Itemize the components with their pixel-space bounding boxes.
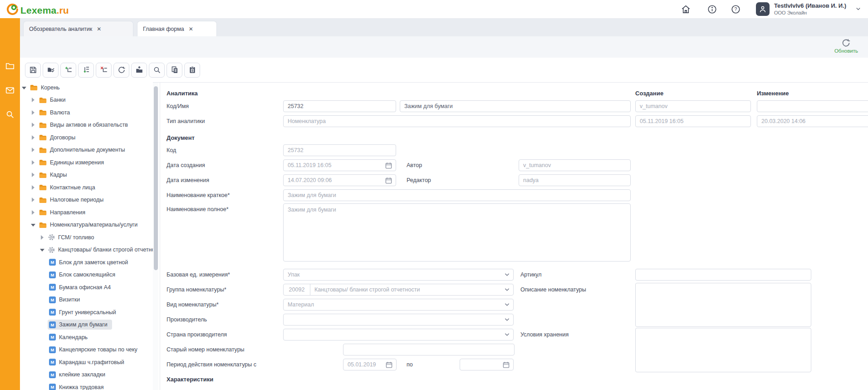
tab-main-form[interactable]: Главная форма ✕ (137, 21, 217, 36)
country-select[interactable] (283, 329, 514, 341)
tree-item[interactable]: MКалендарь (20, 331, 153, 344)
expand-toggle-icon[interactable] (31, 173, 35, 177)
tree-item[interactable]: Дополнительные документы (20, 144, 153, 157)
chevron-down-icon[interactable] (855, 5, 862, 14)
chevron-down-icon[interactable] (505, 303, 510, 306)
tree-item[interactable]: Направления (20, 206, 153, 219)
add-child-button[interactable] (78, 63, 94, 78)
add-item-button[interactable] (60, 63, 76, 78)
tree-item[interactable]: Кадры (20, 169, 153, 182)
chevron-down-icon[interactable] (505, 318, 510, 321)
calendar-icon[interactable] (385, 162, 392, 169)
home-icon[interactable] (681, 4, 691, 15)
user-avatar[interactable] (756, 2, 770, 16)
expand-toggle-icon[interactable] (31, 98, 35, 102)
expand-toggle-icon[interactable] (40, 235, 44, 240)
folder-icon (39, 134, 47, 141)
validity-from-input[interactable]: 05.01.2019 (343, 359, 397, 370)
tree-item[interactable]: MКарандаш ч.графитовый (20, 356, 153, 369)
chevron-down-icon[interactable] (505, 273, 510, 276)
validity-to-input[interactable] (460, 359, 514, 370)
close-icon[interactable]: ✕ (189, 26, 193, 32)
collapse-toggle-icon[interactable] (31, 222, 35, 227)
tree-item[interactable]: Номенклатура/материалы/услуги (20, 219, 153, 232)
modified-at-input[interactable]: 14.07.2020 09:06 (283, 174, 396, 186)
tree-item[interactable]: MЗажим для бумаги (20, 319, 153, 331)
author-input[interactable]: v_tumanov (519, 159, 631, 171)
tree-item[interactable]: Канцтовары/ бланки строгой отчетности (20, 244, 153, 257)
tree-item[interactable]: Единицы измерения (20, 156, 153, 169)
storage-textarea[interactable] (635, 328, 811, 372)
tree-item[interactable]: Валюта (20, 106, 153, 119)
mail-icon[interactable] (0, 84, 20, 97)
expand-toggle-icon[interactable] (31, 210, 35, 215)
expand-toggle-icon[interactable] (31, 160, 35, 165)
expand-toggle-icon[interactable] (31, 110, 35, 115)
tree-item[interactable]: Банки (20, 94, 153, 107)
modification-user-input[interactable] (757, 100, 868, 112)
paste-button[interactable] (184, 63, 200, 78)
expand-toggle-icon[interactable] (31, 148, 35, 152)
tree-item[interactable]: Mклейкие закладки (20, 369, 153, 381)
save-button[interactable] (25, 63, 41, 78)
article-input[interactable] (635, 269, 811, 281)
info-icon[interactable] (707, 4, 717, 15)
tree-item[interactable]: Договоры (20, 131, 153, 144)
short-name-input[interactable]: Зажим для бумаги (283, 189, 631, 201)
search-button[interactable] (149, 63, 165, 78)
help-icon[interactable]: ? (731, 4, 741, 15)
tree-item[interactable]: Налоговые периоды (20, 194, 153, 207)
tree-scrollbar-thumb[interactable] (154, 86, 158, 270)
tree-item[interactable]: Виды активов и обязательств (20, 119, 153, 132)
calendar-icon[interactable] (385, 177, 392, 184)
base-unit-select[interactable]: Упак (283, 269, 514, 281)
collapse-toggle-icon[interactable] (22, 85, 26, 90)
doc-code-input[interactable]: 25732 (283, 144, 396, 156)
refresh-button[interactable] (113, 63, 129, 78)
expand-toggle-icon[interactable] (31, 197, 35, 202)
tree-item[interactable]: MБлок для заметок цветной (20, 256, 153, 269)
refresh-button[interactable]: Обновить (834, 38, 858, 54)
modification-date-input[interactable]: 20.03.2020 14:06 (757, 115, 868, 127)
expand-toggle-icon[interactable] (31, 123, 35, 127)
calendar-icon[interactable] (503, 361, 510, 368)
close-icon[interactable]: ✕ (97, 26, 101, 32)
tab-analytics-explorer[interactable]: Обозреватель аналитик ✕ (23, 21, 133, 36)
copy-button[interactable] (167, 63, 182, 78)
nomenclature-group-select[interactable]: 20092 Канцтовары/ бланки строгой отчетно… (283, 284, 514, 296)
folder-nav-icon[interactable] (0, 59, 20, 73)
expand-toggle-icon[interactable] (31, 135, 35, 140)
manufacturer-select[interactable] (283, 314, 514, 326)
tree-item[interactable]: Контактные лица (20, 181, 153, 194)
editor-input[interactable]: nadya (519, 174, 631, 186)
creation-date-input[interactable]: 05.11.2019 16:05 (635, 115, 751, 127)
chevron-down-icon[interactable] (505, 288, 510, 291)
old-number-input[interactable] (343, 344, 515, 355)
collapse-toggle-icon[interactable] (40, 247, 44, 252)
tree-item[interactable]: Корень (20, 81, 153, 94)
creation-user-input[interactable]: v_tumanov (635, 100, 751, 112)
lexema-logo[interactable]: Lexema.ru (6, 3, 69, 17)
search-icon[interactable] (0, 108, 20, 121)
tree-item[interactable]: MКанцелярские товары по чеку (20, 344, 153, 356)
analytics-type-input[interactable]: Номенклатура (283, 115, 631, 127)
full-name-textarea[interactable]: Зажим для бумаги (283, 203, 631, 262)
code-name-code-input[interactable]: 25732 (283, 100, 396, 112)
chevron-down-icon[interactable] (505, 333, 510, 336)
tree-item[interactable]: MВизитки (20, 294, 153, 306)
tree-item[interactable]: MБлок самоклеящийся (20, 269, 153, 281)
copy-icon (171, 66, 179, 74)
created-at-input[interactable]: 05.11.2019 16:05 (283, 159, 396, 171)
tree-item[interactable]: MБумага офисная А4 (20, 281, 153, 294)
import-button[interactable] (131, 63, 147, 78)
tree-item[interactable]: MКнижка трудовая (20, 381, 153, 390)
calendar-icon[interactable] (386, 361, 392, 368)
delete-item-button[interactable] (96, 63, 112, 78)
accept-button[interactable] (43, 63, 59, 78)
tree-item[interactable]: ГСМ/ топливо (20, 231, 153, 244)
tree-item[interactable]: MГрунт универсальный (20, 306, 153, 319)
expand-toggle-icon[interactable] (31, 185, 35, 190)
description-textarea[interactable] (635, 283, 811, 327)
code-name-name-input[interactable]: Зажим для бумаги (400, 100, 631, 112)
nomenclature-kind-select[interactable]: Материал (283, 299, 514, 311)
